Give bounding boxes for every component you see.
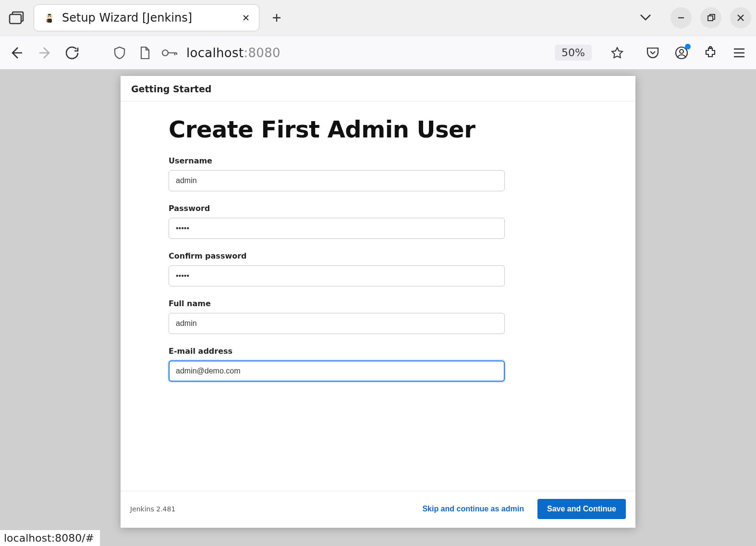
password-label: Password <box>169 204 587 213</box>
svg-point-10 <box>680 50 683 53</box>
key-icon[interactable] <box>161 45 178 61</box>
setup-wizard-card: Getting Started Create First Admin User … <box>121 76 635 528</box>
svg-rect-0 <box>10 14 21 24</box>
tab-overflow-icon[interactable] <box>639 12 652 24</box>
page-info-icon[interactable] <box>136 45 153 61</box>
save-and-continue-button[interactable]: Save and Continue <box>537 499 626 519</box>
bookmark-star-icon[interactable] <box>609 45 625 61</box>
back-button[interactable] <box>9 45 25 61</box>
app-menu-icon[interactable] <box>731 45 747 61</box>
forward-button[interactable] <box>37 45 53 61</box>
svg-rect-7 <box>708 16 713 21</box>
url-host: localhost <box>186 46 244 60</box>
svg-point-4 <box>48 16 49 17</box>
window-maximize-button[interactable] <box>700 7 721 28</box>
notification-dot-icon <box>685 44 691 50</box>
reload-button[interactable] <box>64 45 81 61</box>
browser-tab[interactable]: Setup Wizard [Jenkins] <box>34 4 259 31</box>
fullname-label: Full name <box>169 299 587 308</box>
url-text: localhost:8080 <box>186 46 280 60</box>
fullname-input[interactable] <box>169 313 505 334</box>
address-bar[interactable]: localhost:8080 50% <box>92 45 625 61</box>
account-icon[interactable] <box>673 45 690 61</box>
jenkins-favicon <box>44 12 55 24</box>
window-close-button[interactable] <box>730 7 751 28</box>
svg-rect-3 <box>48 14 51 15</box>
extensions-icon[interactable] <box>702 45 719 61</box>
jenkins-version: Jenkins 2.481 <box>130 505 175 513</box>
confirm-password-input[interactable] <box>169 265 505 286</box>
wizard-body: Create First Admin User Username Passwor… <box>121 101 635 491</box>
wizard-footer: Jenkins 2.481 Skip and continue as admin… <box>121 491 635 528</box>
svg-point-8 <box>162 50 168 56</box>
wizard-breadcrumb: Getting Started <box>121 76 635 101</box>
new-tab-button[interactable] <box>270 11 283 25</box>
browser-tab-title: Setup Wizard [Jenkins] <box>62 11 234 25</box>
shield-icon[interactable] <box>111 45 128 61</box>
email-label: E-mail address <box>169 347 587 356</box>
status-bar: localhost:8080/# <box>0 530 100 546</box>
email-input[interactable] <box>169 360 505 382</box>
skip-button[interactable]: Skip and continue as admin <box>417 501 529 517</box>
browser-toolbar: localhost:8080 50% <box>0 36 756 69</box>
password-input[interactable] <box>169 218 505 239</box>
page-viewport: Getting Started Create First Admin User … <box>0 69 756 546</box>
close-tab-icon[interactable] <box>241 12 251 23</box>
browser-tabstrip: Setup Wizard [Jenkins] <box>0 0 756 36</box>
svg-rect-6 <box>47 19 48 22</box>
username-input[interactable] <box>169 170 505 191</box>
page-title: Create First Admin User <box>169 116 587 143</box>
recent-windows-icon[interactable] <box>8 11 25 25</box>
confirm-password-label: Confirm password <box>169 251 587 261</box>
zoom-level-badge[interactable]: 50% <box>555 45 592 61</box>
url-port: :8080 <box>244 46 280 60</box>
pocket-icon[interactable] <box>645 45 661 61</box>
window-minimize-button[interactable] <box>671 7 692 28</box>
username-label: Username <box>169 156 587 165</box>
svg-point-5 <box>50 16 51 17</box>
